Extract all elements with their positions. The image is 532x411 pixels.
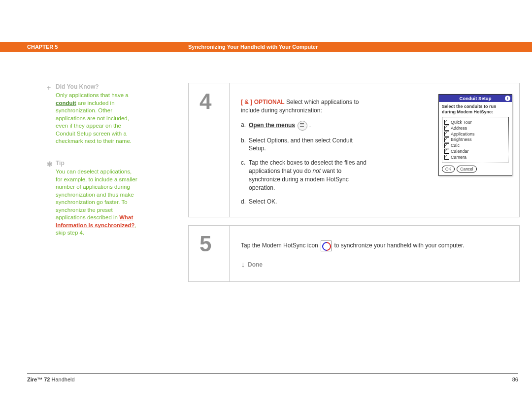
checkbox-icon	[444, 149, 449, 154]
step-num-cell: 5	[189, 226, 230, 281]
main-steps: 4 [ & ] OPTIONAL Select which applicatio…	[188, 83, 520, 290]
tip-heading: Tip	[56, 159, 139, 167]
palm-check-label: Calendar	[451, 149, 469, 154]
checkbox-icon	[444, 137, 449, 142]
down-arrow-icon: ↓	[241, 259, 245, 270]
substep-c-letter: c.	[241, 159, 245, 167]
substep-b-letter: b.	[241, 137, 246, 145]
checkbox-icon	[444, 126, 449, 131]
chapter-header: CHAPTER 5 Synchronizing Your Handheld wi…	[0, 42, 532, 52]
checkbox-icon	[444, 155, 449, 160]
substep-b-text: Select Options, and then select Conduit …	[249, 137, 353, 152]
did-you-know-block: + Did You Know? Only applications that h…	[56, 83, 139, 145]
did-you-know-body: Only applications that have a conduit ar…	[56, 92, 139, 145]
palm-check-item: Quick Tour	[444, 120, 506, 125]
palm-check-label: Brightness	[451, 137, 472, 142]
substep-c: c. Tap the check boxes to deselect the f…	[241, 159, 366, 192]
footer-zire-rest: Handheld	[50, 377, 74, 382]
page-footer: Zire™ 72 Handheld 86	[27, 373, 518, 382]
footer-device-name: Zire™ 72 Handheld	[27, 377, 75, 382]
palm-title-text: Conduit Setup	[460, 96, 492, 101]
done-row: ↓ Done	[241, 259, 509, 270]
step-4-number: 4	[200, 89, 211, 114]
palm-check-item: Calendar	[444, 149, 506, 154]
palm-check-item: Calc	[444, 143, 506, 148]
palm-ok-button: OK	[442, 166, 455, 172]
step-5-content: Tap the Modem HotSync icon to synchroniz…	[229, 226, 519, 281]
chapter-label: CHAPTER 5	[27, 44, 58, 50]
palm-check-item: Address	[444, 126, 506, 131]
palm-instruction: Select the conduits to run during Modem …	[442, 104, 509, 115]
menu-icon	[298, 121, 307, 131]
tip-block: ✱ Tip You can deselect applications, for…	[56, 159, 139, 237]
hotsync-icon	[321, 240, 332, 251]
dyk-text-2: are included in synchronization. Other a…	[56, 100, 132, 144]
substep-d-text: Select OK.	[249, 198, 277, 205]
checkbox-icon	[444, 143, 449, 148]
dyk-text-1: Only applications that have a	[56, 92, 129, 98]
optional-label: [ & ] OPTIONAL	[241, 99, 285, 105]
footer-zire-bold: Zire™ 72	[27, 377, 50, 382]
conduit-setup-screenshot: Conduit Setup i Select the conduits to r…	[438, 94, 512, 176]
tip-body: You can deselect applications, for examp…	[56, 168, 139, 237]
chapter-title: Synchronizing Your Handheld with Your Co…	[188, 44, 318, 50]
palm-checklist: Quick Tour Address Applications Brightne…	[442, 117, 509, 163]
palm-titlebar: Conduit Setup i	[439, 95, 512, 102]
sidebar: + Did You Know? Only applications that h…	[56, 83, 139, 251]
substep-a-dot: .	[307, 122, 311, 129]
palm-check-item: Camera	[444, 155, 506, 160]
substep-b: b. Select Options, and then select Condu…	[241, 137, 366, 153]
did-you-know-heading: Did You Know?	[56, 83, 139, 91]
step-5-box: 5 Tap the Modem HotSync icon to synchron…	[188, 225, 520, 281]
step5-text-before: Tap the Modem HotSync icon	[241, 242, 320, 249]
substep-d: d. Select OK.	[241, 198, 366, 206]
substep-a: a. Open the menus .	[241, 121, 366, 131]
palm-cancel-button: Cancel	[457, 166, 476, 172]
info-icon: i	[505, 96, 510, 101]
conduit-link[interactable]: conduit	[56, 100, 76, 106]
substep-d-letter: d.	[241, 198, 246, 206]
step5-text-after: to synchronize your handheld with your c…	[332, 242, 464, 249]
palm-check-item: Brightness	[444, 137, 506, 142]
step-5-number: 5	[200, 232, 211, 256]
substep-a-letter: a.	[241, 121, 246, 129]
substep-c-not: not	[312, 168, 321, 174]
open-menus-link[interactable]: Open the menus	[249, 122, 295, 129]
step-4-content: [ & ] OPTIONAL Select which applications…	[229, 83, 519, 217]
palm-check-label: Quick Tour	[451, 120, 472, 125]
checkbox-icon	[444, 132, 449, 137]
palm-check-label: Camera	[451, 155, 466, 160]
page-number: 86	[512, 377, 518, 382]
step-4-box: 4 [ & ] OPTIONAL Select which applicatio…	[188, 83, 520, 217]
checkbox-icon	[444, 120, 449, 125]
tip-text-1: You can deselect applications, for examp…	[56, 169, 137, 220]
palm-check-item: Applications	[444, 132, 506, 137]
plus-icon: +	[47, 83, 51, 93]
asterisk-icon: ✱	[47, 160, 53, 169]
palm-check-label: Calc	[451, 143, 460, 148]
palm-check-label: Address	[451, 126, 467, 131]
substep-c-text1: Tap the check boxes to deselect the file…	[249, 159, 366, 174]
palm-check-label: Applications	[451, 132, 475, 137]
step-num-cell: 4	[189, 83, 230, 217]
done-label: Done	[248, 261, 263, 269]
